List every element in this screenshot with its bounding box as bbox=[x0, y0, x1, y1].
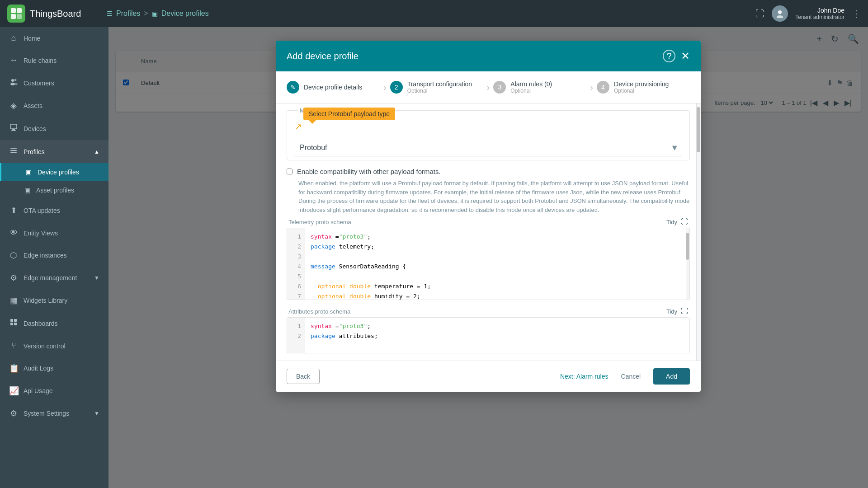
tooltip-arrow-icon: ↗ bbox=[294, 121, 302, 132]
dashboards-icon bbox=[9, 318, 18, 328]
ota-icon: ⬆ bbox=[9, 206, 18, 216]
main-layout: ⌂ Home ↔ Rule chains Customers ◈ Assets … bbox=[0, 27, 868, 488]
back-button[interactable]: Back bbox=[287, 369, 320, 384]
sidebar-item-customers[interactable]: Customers bbox=[0, 71, 108, 94]
telemetry-label-row: Telemetry proto schema Tidy ⛶ bbox=[287, 218, 690, 226]
sidebar-item-label: Home bbox=[24, 35, 99, 42]
home-icon: ⌂ bbox=[9, 33, 18, 43]
sidebar-item-label: System Settings bbox=[24, 410, 89, 417]
assets-icon: ◈ bbox=[9, 101, 18, 111]
sidebar-item-assets[interactable]: ◈ Assets bbox=[0, 94, 108, 117]
telemetry-scrollbar[interactable] bbox=[686, 228, 689, 300]
breadcrumb: ☰ Profiles > ▣ Device profiles bbox=[107, 9, 755, 18]
modal-header: Add device profile ? ✕ bbox=[276, 41, 701, 71]
logo-icon bbox=[7, 5, 25, 23]
sidebar-item-widgets-library[interactable]: ▦ Widgets Library bbox=[0, 289, 108, 312]
sidebar-item-label: Audit Logs bbox=[24, 365, 99, 372]
sidebar-item-devices[interactable]: Devices bbox=[0, 117, 108, 140]
attributes-schema-section: Attributes proto schema Tidy ⛶ 1 2 bbox=[276, 307, 701, 361]
sidebar-sub-item-device-profiles[interactable]: ▣ Device profiles bbox=[0, 163, 108, 181]
add-device-profile-modal: Add device profile ? ✕ ✎ Device profile … bbox=[276, 41, 701, 392]
sidebar-item-label: Version control bbox=[24, 343, 99, 350]
attributes-expand-button[interactable]: ⛶ bbox=[681, 307, 688, 315]
sidebar-item-ota-updates[interactable]: ⬆ OTA updates bbox=[0, 199, 108, 222]
step-separator-2: › bbox=[487, 82, 490, 93]
svg-rect-10 bbox=[10, 124, 17, 129]
attributes-code-content[interactable]: syntax ="proto3"; package attributes; bbox=[305, 318, 689, 353]
fullscreen-button[interactable]: ⛶ bbox=[755, 9, 764, 19]
modal-body: MQTT device payload ↗ Select Protobuf pa… bbox=[276, 103, 701, 361]
profiles-icon bbox=[9, 146, 18, 157]
app-logo: ThingsBoard bbox=[7, 5, 107, 23]
sidebar-item-api-usage[interactable]: 📈 Api Usage bbox=[0, 380, 108, 402]
sidebar-item-label: Api Usage bbox=[24, 387, 99, 394]
sidebar-item-edge-instances[interactable]: ⬡ Edge instances bbox=[0, 244, 108, 267]
sidebar-item-edge-management[interactable]: ⚙ Edge management ▼ bbox=[0, 267, 108, 289]
sidebar-item-label: OTA updates bbox=[24, 207, 99, 214]
sidebar-item-audit-logs[interactable]: 📋 Audit Logs bbox=[0, 357, 108, 380]
api-usage-icon: 📈 bbox=[9, 386, 18, 396]
user-menu-button[interactable]: ⋮ bbox=[852, 8, 861, 19]
sidebar-item-system-settings[interactable]: ⚙ System Settings ▼ bbox=[0, 402, 108, 425]
sidebar-item-label: Devices bbox=[24, 125, 99, 132]
telemetry-line-numbers: 1 2 3 4 5 6 7 8 9 bbox=[287, 228, 305, 300]
step-4-info: Device provisioning Optional bbox=[614, 80, 669, 94]
add-button[interactable]: Add bbox=[653, 368, 690, 385]
breadcrumb-separator: > bbox=[144, 9, 148, 18]
sidebar-item-home[interactable]: ⌂ Home bbox=[0, 27, 108, 49]
payload-type-container: ↗ Select Protobuf payload type bbox=[294, 121, 682, 132]
step-4-circle: 4 bbox=[597, 81, 609, 94]
sidebar-item-dashboards[interactable]: Dashboards bbox=[0, 312, 108, 335]
tooltip-box: Select Protobuf payload type bbox=[303, 108, 395, 120]
modal-body-scrollbar[interactable] bbox=[696, 103, 701, 361]
step-4-sublabel: Optional bbox=[614, 88, 669, 94]
svg-rect-3 bbox=[17, 14, 22, 19]
entity-views-icon: 👁 bbox=[9, 228, 18, 238]
modal-footer-right: Next: Alarm rules Cancel Add bbox=[560, 368, 690, 385]
asset-profiles-sub-icon: ▣ bbox=[24, 187, 31, 194]
step-2-label: Transport configuration bbox=[407, 80, 472, 88]
nav-right: ⛶ John Doe Tenant administrator ⋮ bbox=[755, 5, 861, 22]
step-2-info: Transport configuration Optional bbox=[407, 80, 472, 94]
help-button[interactable]: ? bbox=[663, 50, 675, 62]
step-3-circle: 3 bbox=[493, 81, 506, 94]
modal-footer: Back Next: Alarm rules Cancel Add bbox=[276, 361, 701, 392]
step-separator-1: › bbox=[383, 82, 387, 93]
payload-type-select[interactable]: Protobuf JSON Default bbox=[294, 139, 682, 156]
compatibility-label[interactable]: Enable compatibility with other payload … bbox=[297, 168, 441, 175]
svg-point-5 bbox=[777, 15, 783, 18]
step-2: 2 Transport configuration Optional bbox=[390, 80, 483, 94]
cancel-button[interactable]: Cancel bbox=[613, 369, 648, 384]
sidebar-item-profiles[interactable]: Profiles ▲ bbox=[0, 140, 108, 163]
compatibility-checkbox[interactable] bbox=[287, 169, 292, 174]
close-button[interactable]: ✕ bbox=[681, 50, 690, 62]
telemetry-code-editor[interactable]: 1 2 3 4 5 6 7 8 9 syntax = bbox=[287, 228, 690, 300]
telemetry-expand-button[interactable]: ⛶ bbox=[681, 218, 688, 226]
telemetry-code-content[interactable]: syntax ="proto3"; package telemetry; mes… bbox=[305, 228, 686, 300]
top-navigation: ThingsBoard ☰ Profiles > ▣ Device profil… bbox=[0, 0, 868, 27]
sidebar-item-label: Entity Views bbox=[24, 230, 99, 237]
sidebar-sub-item-asset-profiles[interactable]: ▣ Asset profiles bbox=[0, 181, 108, 199]
attributes-tidy-button[interactable]: Tidy bbox=[666, 308, 677, 315]
avatar bbox=[772, 5, 788, 22]
svg-rect-15 bbox=[10, 152, 17, 153]
svg-point-9 bbox=[14, 83, 18, 85]
modal-body-scrollbar-thumb bbox=[697, 107, 700, 152]
next-button[interactable]: Next: Alarm rules bbox=[560, 373, 609, 380]
breadcrumb-profiles-link[interactable]: Profiles bbox=[116, 9, 140, 18]
user-info: John Doe Tenant administrator bbox=[795, 7, 844, 20]
sidebar: ⌂ Home ↔ Rule chains Customers ◈ Assets … bbox=[0, 27, 108, 488]
step-2-sublabel: Optional bbox=[407, 88, 472, 94]
attributes-code-editor[interactable]: 1 2 syntax ="proto3"; package attributes… bbox=[287, 317, 690, 353]
sidebar-item-entity-views[interactable]: 👁 Entity Views bbox=[0, 222, 108, 244]
step-1-info: Device profile details bbox=[304, 84, 362, 91]
edge-management-icon: ⚙ bbox=[9, 273, 18, 283]
audit-logs-icon: 📋 bbox=[9, 363, 18, 373]
sidebar-item-version-control[interactable]: ⑂ Version control bbox=[0, 335, 108, 357]
attributes-schema-label: Attributes proto schema bbox=[288, 308, 350, 315]
tooltip-text: Select Protobuf payload type bbox=[309, 110, 390, 117]
sidebar-item-rule-chains[interactable]: ↔ Rule chains bbox=[0, 49, 108, 71]
telemetry-tidy-button[interactable]: Tidy bbox=[666, 219, 677, 225]
compatibility-description: When enabled, the platform will use a Pr… bbox=[287, 179, 690, 214]
step-4: 4 Device provisioning Optional bbox=[597, 80, 690, 94]
